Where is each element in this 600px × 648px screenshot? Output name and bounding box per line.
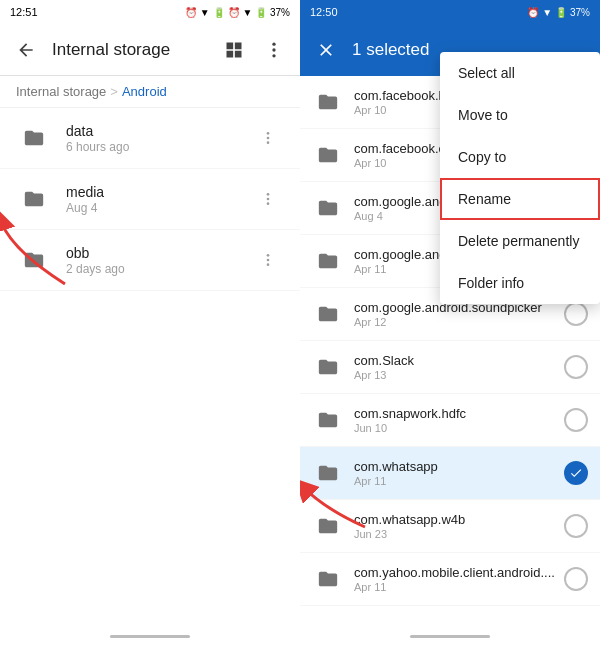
breadcrumb-separator: > [110, 84, 118, 99]
folder-icon-5 [312, 351, 344, 383]
file-date-media: Aug 4 [66, 201, 252, 215]
select-all-option[interactable]: Select all [440, 52, 600, 94]
file-date-data: 6 hours ago [66, 140, 252, 154]
svg-point-2 [272, 54, 275, 57]
back-icon [16, 40, 36, 60]
bottom-bar-right [300, 624, 600, 648]
breadcrumb-current[interactable]: Android [122, 84, 167, 99]
svg-point-3 [267, 132, 270, 135]
file-item-media[interactable]: media Aug 4 [0, 169, 300, 230]
file-info-7: com.whatsapp Apr 11 [354, 459, 564, 487]
file-list-left: data 6 hours ago media Aug 4 [0, 108, 300, 624]
list-item-9[interactable]: com.yahoo.mobile.client.android.... Apr … [300, 553, 600, 606]
grid-view-button[interactable] [216, 32, 252, 68]
file-date-9: Apr 11 [354, 581, 564, 593]
folder-icon-media [16, 181, 52, 217]
move-to-option[interactable]: Move to [440, 94, 600, 136]
bottom-bar-left [0, 624, 300, 648]
folder-icon-7 [312, 457, 344, 489]
file-date-obb: 2 days ago [66, 262, 252, 276]
back-button[interactable] [8, 32, 44, 68]
file-date-8: Jun 23 [354, 528, 564, 540]
check-4[interactable] [564, 302, 588, 326]
folder-info-option[interactable]: Folder info [440, 262, 600, 304]
check-6[interactable] [564, 408, 588, 432]
page-title-left: Internal storage [52, 40, 208, 60]
file-more-media[interactable] [252, 183, 284, 215]
status-icons-right: ⏰ ▼ 🔋 37% [527, 7, 590, 18]
svg-point-1 [272, 48, 275, 51]
battery-icon-left: 🔋 [213, 7, 225, 18]
folder-icon-8 [312, 510, 344, 542]
list-item-5[interactable]: com.Slack Apr 13 [300, 341, 600, 394]
check-5[interactable] [564, 355, 588, 379]
file-info-obb: obb 2 days ago [66, 245, 252, 276]
file-date-6: Jun 10 [354, 422, 564, 434]
svg-point-0 [272, 42, 275, 45]
file-info-media: media Aug 4 [66, 184, 252, 215]
time-right: 12:50 [310, 6, 338, 18]
copy-to-option[interactable]: Copy to [440, 136, 600, 178]
folder-icon-obb [16, 242, 52, 278]
folder-icon-4 [312, 298, 344, 330]
top-right-icons [216, 32, 292, 68]
alarm-icon-left: ⏰ [185, 7, 197, 18]
close-selection-button[interactable] [308, 32, 344, 68]
file-name-data: data [66, 123, 252, 139]
file-name-media: media [66, 184, 252, 200]
top-bar-left: Internal storage [0, 24, 300, 76]
list-item-7[interactable]: com.whatsapp Apr 11 [300, 447, 600, 500]
folder-icon-1 [312, 139, 344, 171]
list-item-8[interactable]: com.whatsapp.w4b Jun 23 [300, 500, 600, 553]
breadcrumb: Internal storage > Android [0, 76, 300, 108]
status-icons-left: ⏰ ▼ 🔋 ⏰ ▼ 🔋 37% [185, 7, 290, 18]
home-indicator-left [110, 635, 190, 638]
file-item-obb[interactable]: obb 2 days ago [0, 230, 300, 291]
more-options-button-left[interactable] [256, 32, 292, 68]
wifi-icon-right: ▼ [542, 7, 552, 18]
svg-point-5 [267, 141, 270, 144]
file-name-6: com.snapwork.hdfc [354, 406, 564, 421]
file-name-7: com.whatsapp [354, 459, 564, 474]
breadcrumb-root[interactable]: Internal storage [16, 84, 106, 99]
home-indicator-right [410, 635, 490, 638]
svg-point-6 [267, 193, 270, 196]
file-more-obb[interactable] [252, 244, 284, 276]
right-panel: 12:50 ⏰ ▼ 🔋 37% 1 selected Select all Mo… [300, 0, 600, 648]
dropdown-menu: Select all Move to Copy to Rename Delete… [440, 52, 600, 304]
svg-point-7 [267, 198, 270, 201]
svg-point-12 [267, 263, 270, 266]
file-name-8: com.whatsapp.w4b [354, 512, 564, 527]
folder-icon-0 [312, 86, 344, 118]
folder-icon-2 [312, 192, 344, 224]
battery-icon-right: 🔋 37% [555, 7, 590, 18]
left-panel: 12:51 ⏰ ▼ 🔋 ⏰ ▼ 🔋 37% Internal storage [0, 0, 300, 648]
file-name-5: com.Slack [354, 353, 564, 368]
check-7[interactable] [564, 461, 588, 485]
file-info-6: com.snapwork.hdfc Jun 10 [354, 406, 564, 434]
more-vert-icon [264, 40, 284, 60]
file-name-9: com.yahoo.mobile.client.android.... [354, 565, 564, 580]
check-8[interactable] [564, 514, 588, 538]
file-info-4: com.google.android.soundpicker Apr 12 [354, 300, 564, 328]
svg-point-8 [267, 202, 270, 205]
rename-option[interactable]: Rename [440, 178, 600, 220]
file-info-data: data 6 hours ago [66, 123, 252, 154]
folder-icon-3 [312, 245, 344, 277]
list-item-6[interactable]: com.snapwork.hdfc Jun 10 [300, 394, 600, 447]
file-more-data[interactable] [252, 122, 284, 154]
file-item-data[interactable]: data 6 hours ago [0, 108, 300, 169]
file-info-5: com.Slack Apr 13 [354, 353, 564, 381]
status-bar-left: 12:51 ⏰ ▼ 🔋 ⏰ ▼ 🔋 37% [0, 0, 300, 24]
check-9[interactable] [564, 567, 588, 591]
delete-permanently-option[interactable]: Delete permanently [440, 220, 600, 262]
grid-icon [224, 40, 244, 60]
check-mark-icon [569, 466, 583, 480]
file-date-4: Apr 12 [354, 316, 564, 328]
alarm-icon-right: ⏰ [527, 7, 539, 18]
file-date-5: Apr 13 [354, 369, 564, 381]
svg-point-11 [267, 259, 270, 262]
file-info-8: com.whatsapp.w4b Jun 23 [354, 512, 564, 540]
file-date-7: Apr 11 [354, 475, 564, 487]
svg-point-10 [267, 254, 270, 257]
